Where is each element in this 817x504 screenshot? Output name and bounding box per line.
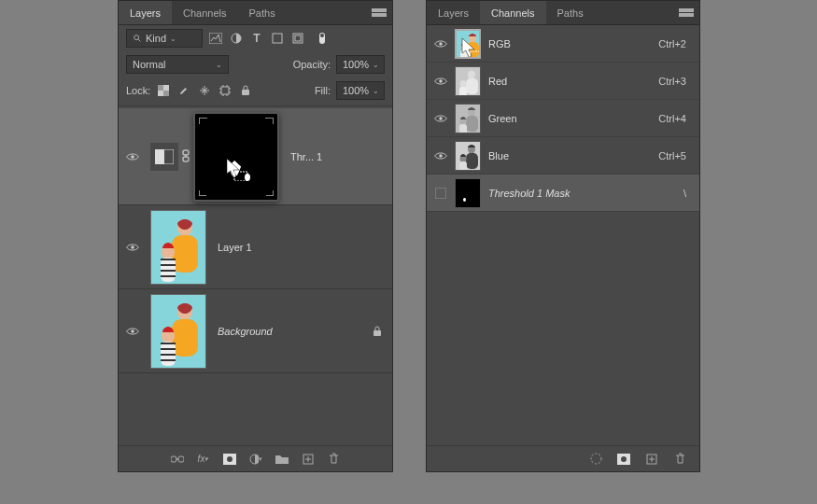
visibility-toggle[interactable]: [434, 77, 447, 86]
delete-layer-icon[interactable]: [328, 453, 341, 466]
panel-menu-icon[interactable]: [372, 8, 387, 18]
channel-list: RGB Ctrl+2 Red Ctrl+3: [427, 25, 699, 445]
svg-point-7: [320, 34, 324, 37]
layer-filter-row: Kind ⌄ T: [119, 25, 392, 51]
layers-panel: Layers Channels Paths Kind ⌄ T Normal: [118, 0, 393, 472]
layer-mask-link-icon[interactable]: [182, 149, 190, 164]
lock-transparent-icon[interactable]: [156, 83, 171, 98]
adjustment-layer-icon: [150, 143, 178, 171]
visibility-toggle[interactable]: [434, 151, 447, 161]
panel-menu-icon[interactable]: [679, 8, 694, 18]
tab-layers[interactable]: Layers: [119, 1, 172, 24]
svg-rect-13: [242, 90, 249, 95]
fill-field[interactable]: 100%⌄: [336, 81, 385, 100]
svg-rect-55: [466, 116, 478, 132]
svg-point-66: [621, 456, 627, 462]
layer-thumbnail[interactable]: [150, 210, 206, 285]
layer-name[interactable]: Thr... 1: [283, 151, 322, 162]
tab-layers[interactable]: Layers: [427, 1, 480, 24]
channel-thumbnail[interactable]: [455, 141, 481, 171]
tab-channels[interactable]: Channels: [172, 1, 237, 24]
channel-row-green[interactable]: Green Ctrl+4: [427, 100, 699, 137]
visibility-toggle[interactable]: [126, 152, 139, 161]
channel-name: RGB: [481, 38, 658, 49]
layer-lock-icon[interactable]: [366, 326, 388, 337]
cursor-icon: [460, 36, 481, 59]
new-channel-icon[interactable]: [645, 453, 658, 466]
svg-rect-5: [295, 35, 301, 41]
svg-point-39: [439, 42, 443, 46]
filter-type-text-icon[interactable]: T: [249, 31, 264, 46]
svg-point-20: [131, 245, 134, 249]
layer-mask-thumbnail[interactable]: [193, 112, 279, 202]
layer-list: Thr... 1: [119, 108, 392, 445]
blend-opacity-row: Normal ⌄ Opacity: 100%⌄: [119, 51, 392, 77]
svg-point-36: [227, 456, 232, 462]
tab-channels[interactable]: Channels: [480, 1, 545, 24]
lock-position-icon[interactable]: [197, 83, 212, 98]
filter-toggle-icon[interactable]: [315, 31, 330, 46]
lock-all-icon[interactable]: [238, 83, 253, 98]
visibility-toggle[interactable]: [434, 39, 447, 49]
layer-name[interactable]: Layer 1: [210, 242, 252, 253]
channel-name: Red: [481, 76, 658, 87]
channel-shortcut: Ctrl+2: [658, 38, 694, 49]
lock-fill-row: Lock: Fill: 100%⌄: [119, 77, 392, 104]
layers-panel-tabs: Layers Channels Paths: [119, 1, 392, 25]
filter-pixel-icon[interactable]: [208, 31, 223, 46]
opacity-field[interactable]: 100%⌄: [336, 55, 385, 74]
layer-thumbnail[interactable]: [150, 294, 206, 369]
layer-name[interactable]: Background: [210, 326, 273, 337]
tab-paths[interactable]: Paths: [238, 1, 287, 24]
opacity-label: Opacity:: [293, 59, 331, 70]
visibility-toggle-empty[interactable]: [435, 188, 446, 199]
save-selection-icon[interactable]: [617, 453, 630, 466]
delete-channel-icon[interactable]: [673, 453, 686, 466]
filter-type-dropdown[interactable]: Kind ⌄: [126, 29, 203, 48]
channel-name: Blue: [481, 150, 658, 161]
svg-point-64: [591, 454, 601, 464]
channel-thumbnail[interactable]: [455, 104, 481, 133]
channel-thumbnail[interactable]: [455, 29, 481, 59]
link-layers-icon[interactable]: [171, 453, 184, 466]
filter-shape-icon[interactable]: [270, 31, 285, 46]
lock-artboard-icon[interactable]: [218, 83, 232, 98]
svg-point-26: [131, 329, 134, 333]
svg-rect-3: [273, 34, 282, 43]
layer-row-threshold[interactable]: Thr... 1: [119, 108, 392, 205]
visibility-toggle[interactable]: [126, 243, 139, 252]
svg-rect-10: [163, 85, 169, 91]
channel-shortcut: Ctrl+3: [658, 76, 694, 87]
channel-thumbnail[interactable]: [455, 178, 481, 208]
lock-paint-icon[interactable]: [176, 83, 191, 98]
svg-point-0: [134, 35, 139, 40]
visibility-toggle[interactable]: [434, 114, 447, 123]
new-adjustment-icon[interactable]: ▾: [249, 453, 262, 466]
layer-fx-icon[interactable]: fx▾: [197, 453, 210, 466]
channel-row-threshold-mask[interactable]: Threshold 1 Mask \: [427, 175, 699, 212]
svg-point-50: [460, 80, 467, 88]
new-group-icon[interactable]: [275, 453, 289, 466]
channel-shortcut: Ctrl+4: [658, 113, 694, 124]
svg-rect-29: [172, 319, 198, 357]
channel-row-blue[interactable]: Blue Ctrl+5: [427, 137, 699, 175]
filter-smartobj-icon[interactable]: [290, 31, 305, 46]
add-mask-icon[interactable]: [223, 453, 236, 466]
filter-adjustment-icon[interactable]: [229, 31, 244, 46]
svg-rect-57: [459, 124, 467, 133]
svg-rect-51: [459, 87, 467, 96]
channels-panel-tabs: Layers Channels Paths: [427, 1, 699, 25]
channels-bottom-toolbar: [427, 445, 699, 471]
channel-thumbnail[interactable]: [455, 66, 481, 96]
channel-row-red[interactable]: Red Ctrl+3: [427, 63, 699, 100]
new-layer-icon[interactable]: [302, 453, 315, 466]
lock-label: Lock:: [126, 85, 150, 96]
layer-row-layer1[interactable]: Layer 1: [119, 205, 392, 289]
channel-row-rgb[interactable]: RGB Ctrl+2: [427, 25, 699, 63]
load-selection-icon[interactable]: [589, 453, 602, 466]
visibility-toggle[interactable]: [126, 327, 139, 336]
tab-paths[interactable]: Paths: [546, 1, 595, 24]
layer-row-background[interactable]: Background: [119, 289, 392, 373]
layers-bottom-toolbar: fx▾ ▾: [119, 445, 392, 471]
blend-mode-dropdown[interactable]: Normal ⌄: [126, 55, 229, 74]
